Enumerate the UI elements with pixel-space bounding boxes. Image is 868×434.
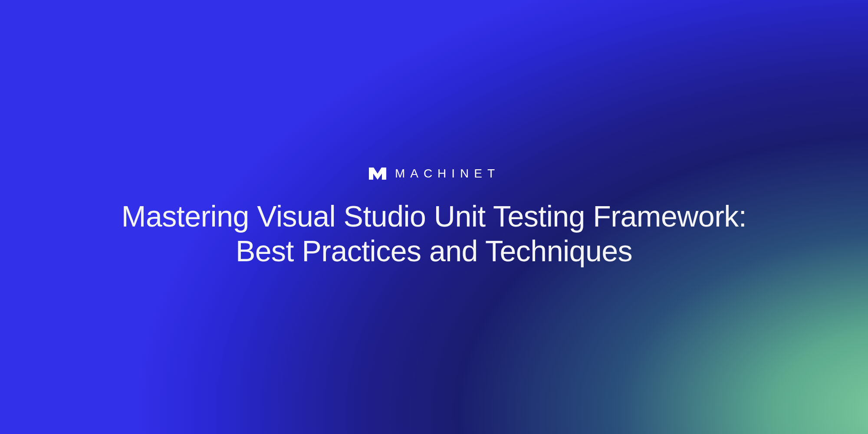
page-headline: Mastering Visual Studio Unit Testing Fra… <box>108 199 760 268</box>
brand-row: MACHINET <box>368 166 500 181</box>
brand-name: MACHINET <box>395 167 500 181</box>
machinet-logo-icon <box>368 166 387 181</box>
hero-banner: MACHINET Mastering Visual Studio Unit Te… <box>0 0 868 434</box>
